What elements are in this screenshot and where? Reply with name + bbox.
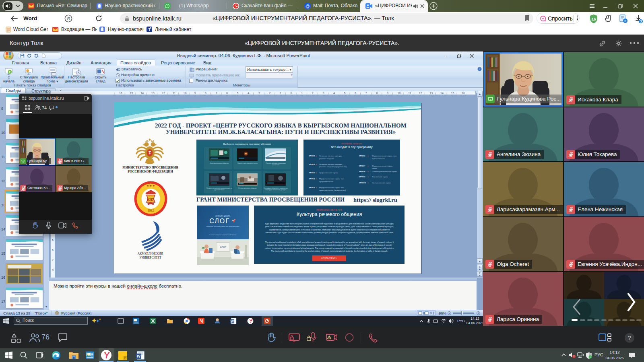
svg-text:1932: 1932: [148, 209, 154, 212]
svg-text:СЛОГ: СЛОГ: [220, 246, 227, 248]
svg-text:3: 3: [640, 19, 642, 23]
svg-text:Я: Я: [67, 16, 70, 21]
svg-text:эк: эк: [489, 98, 491, 100]
svg-text:КНУ: КНУ: [147, 198, 155, 202]
svg-text:16: 16: [592, 17, 596, 21]
svg-text:★ ★ ★: ★ ★ ★: [147, 184, 155, 187]
svg-text:@: @: [305, 4, 310, 8]
